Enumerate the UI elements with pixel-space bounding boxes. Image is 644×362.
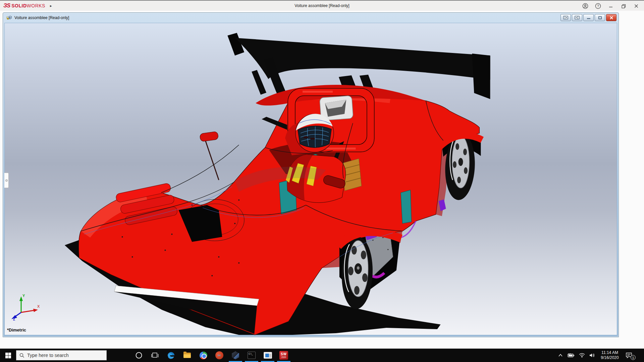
action-center-button[interactable]: 1 bbox=[625, 351, 633, 359]
cortana-icon bbox=[135, 352, 143, 359]
volume-icon[interactable] bbox=[589, 353, 595, 358]
restore-button[interactable] bbox=[619, 2, 629, 10]
taskbar-item-capture-tool[interactable]: ✂ bbox=[211, 349, 227, 362]
hexagon-app-icon bbox=[231, 351, 239, 359]
taskbar-item-command-prompt[interactable]: C:\_ bbox=[244, 349, 260, 362]
view-orientation-label: *Dimetric bbox=[7, 327, 26, 333]
capture-tool-icon: ✂ bbox=[215, 351, 223, 359]
document-window: Voiture assomblee [Read-only] bbox=[3, 12, 619, 337]
taskbar-item-chrome[interactable] bbox=[195, 349, 211, 362]
tray-clock[interactable]: 11:14 AM 9/16/2020 bbox=[599, 350, 620, 360]
notification-badge: 1 bbox=[631, 355, 636, 360]
minimize-button[interactable] bbox=[606, 2, 616, 10]
search-icon bbox=[19, 353, 24, 358]
battery-icon[interactable] bbox=[567, 353, 575, 358]
feature-pane-collapse-tab[interactable] bbox=[4, 173, 9, 188]
app-title: Voiture assomblee [Read-only] bbox=[0, 3, 644, 8]
taskbar-item-edrawings[interactable] bbox=[227, 349, 244, 362]
orientation-triad[interactable]: Y X Z bbox=[10, 293, 41, 321]
svg-text:Y: Y bbox=[22, 294, 25, 298]
edge-icon bbox=[167, 351, 175, 360]
system-tray: 11:14 AM 9/16/2020 1 bbox=[558, 349, 644, 362]
car-body[interactable] bbox=[78, 90, 479, 335]
command-prompt-icon: C:\_ bbox=[248, 352, 256, 359]
help-icon[interactable]: ? bbox=[593, 2, 603, 10]
solidworks-2020-icon: SW2020 bbox=[279, 351, 288, 360]
search-input[interactable] bbox=[27, 353, 98, 358]
doc-close-button[interactable] bbox=[606, 14, 616, 21]
blue-window-app-icon bbox=[264, 352, 272, 359]
tray-date: 9/16/2020 bbox=[599, 355, 620, 360]
doc-minimize-button[interactable] bbox=[583, 14, 594, 21]
file-explorer-icon bbox=[183, 353, 191, 358]
svg-text:X: X bbox=[37, 304, 40, 308]
dassault-3ds-logo-icon: ЗS bbox=[3, 2, 10, 9]
task-view-icon bbox=[151, 352, 159, 359]
windows-taskbar: ✂ C:\_ SW2020 bbox=[0, 349, 644, 362]
svg-text:Z: Z bbox=[13, 317, 15, 321]
close-button[interactable] bbox=[631, 2, 641, 10]
chrome-icon bbox=[200, 352, 207, 359]
taskbar-item-file-explorer[interactable] bbox=[179, 349, 195, 362]
solidworks-logo[interactable]: ЗS SOLIDWORKS bbox=[3, 2, 45, 9]
doc-restore-button[interactable] bbox=[595, 14, 605, 21]
taskbar-search-box[interactable] bbox=[16, 350, 107, 360]
taskbar-item-cortana[interactable] bbox=[131, 349, 147, 362]
taskbar-item-task-view[interactable] bbox=[147, 349, 163, 362]
graphics-viewport[interactable]: Y X Z *Dimetric bbox=[4, 23, 617, 335]
solidworks-wordmark: SOLIDWORKS bbox=[11, 3, 45, 8]
account-icon[interactable] bbox=[580, 2, 590, 10]
taskbar-item-display-app[interactable] bbox=[260, 349, 276, 362]
app-titlebar: ЗS SOLIDWORKS ▸ Voiture assomblee [Read-… bbox=[0, 0, 644, 11]
start-button[interactable] bbox=[0, 349, 16, 362]
tray-chevron-icon[interactable] bbox=[558, 354, 563, 357]
pane-toggle-left-button[interactable] bbox=[560, 14, 571, 21]
assembly-icon bbox=[6, 15, 12, 20]
document-title: Voiture assomblee [Read-only] bbox=[14, 15, 69, 20]
pane-tab-dot-icon bbox=[5, 179, 8, 182]
solidworks-screen: ЗS SOLIDWORKS ▸ Voiture assomblee [Read-… bbox=[0, 0, 644, 362]
pane-toggle-right-button[interactable] bbox=[572, 14, 582, 21]
windows-logo-icon bbox=[5, 353, 11, 358]
helmet-visor bbox=[298, 126, 331, 147]
car-3d-model[interactable] bbox=[4, 23, 617, 335]
menu-flyout-arrow-icon[interactable]: ▸ bbox=[50, 4, 52, 8]
wifi-icon[interactable] bbox=[579, 353, 585, 358]
taskbar-item-edge[interactable] bbox=[163, 349, 179, 362]
svg-text:?: ? bbox=[597, 4, 599, 8]
document-titlebar[interactable]: Voiture assomblee [Read-only] bbox=[3, 13, 619, 23]
tray-time: 11:14 AM bbox=[599, 350, 620, 355]
taskbar-item-solidworks-2020[interactable]: SW2020 bbox=[276, 349, 292, 362]
